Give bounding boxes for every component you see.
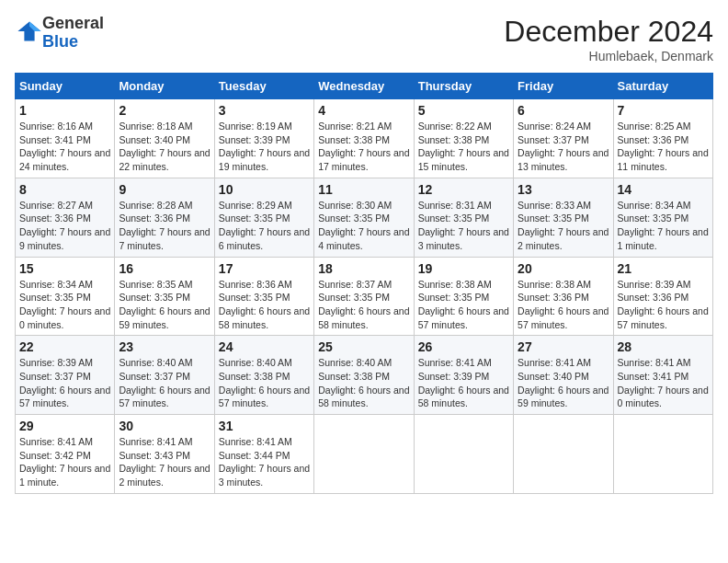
calendar-header-monday: Monday bbox=[115, 74, 214, 99]
day-info: Sunrise: 8:36 AMSunset: 3:35 PMDaylight:… bbox=[219, 278, 310, 332]
day-info: Sunrise: 8:29 AMSunset: 3:35 PMDaylight:… bbox=[219, 199, 310, 253]
day-info: Sunrise: 8:24 AMSunset: 3:37 PMDaylight:… bbox=[518, 120, 609, 174]
day-number: 10 bbox=[219, 182, 310, 197]
calendar-week-row: 15Sunrise: 8:34 AMSunset: 3:35 PMDayligh… bbox=[16, 257, 713, 336]
day-info: Sunrise: 8:41 AMSunset: 3:44 PMDaylight:… bbox=[219, 435, 310, 489]
day-info: Sunrise: 8:40 AMSunset: 3:38 PMDaylight:… bbox=[318, 356, 409, 410]
day-info: Sunrise: 8:16 AMSunset: 3:41 PMDaylight:… bbox=[19, 120, 110, 174]
calendar-table: SundayMondayTuesdayWednesdayThursdayFrid… bbox=[15, 73, 713, 494]
day-number: 5 bbox=[418, 103, 509, 118]
calendar-cell: 14Sunrise: 8:34 AMSunset: 3:35 PMDayligh… bbox=[613, 178, 712, 257]
day-number: 20 bbox=[518, 261, 609, 276]
day-info: Sunrise: 8:22 AMSunset: 3:38 PMDaylight:… bbox=[418, 120, 509, 174]
day-number: 27 bbox=[518, 339, 609, 354]
calendar-cell: 23Sunrise: 8:40 AMSunset: 3:37 PMDayligh… bbox=[115, 336, 214, 415]
day-number: 30 bbox=[119, 419, 210, 433]
calendar-cell: 29Sunrise: 8:41 AMSunset: 3:42 PMDayligh… bbox=[16, 415, 115, 494]
day-number: 13 bbox=[518, 182, 609, 197]
day-info: Sunrise: 8:41 AMSunset: 3:43 PMDaylight:… bbox=[119, 435, 210, 489]
day-number: 23 bbox=[119, 339, 210, 354]
calendar-cell bbox=[414, 415, 513, 494]
day-number: 2 bbox=[119, 103, 210, 118]
day-info: Sunrise: 8:40 AMSunset: 3:37 PMDaylight:… bbox=[119, 356, 210, 410]
day-info: Sunrise: 8:39 AMSunset: 3:37 PMDaylight:… bbox=[19, 356, 110, 410]
day-number: 1 bbox=[19, 103, 110, 118]
calendar-week-row: 8Sunrise: 8:27 AMSunset: 3:36 PMDaylight… bbox=[16, 178, 713, 257]
calendar-cell: 24Sunrise: 8:40 AMSunset: 3:38 PMDayligh… bbox=[214, 336, 313, 415]
day-info: Sunrise: 8:40 AMSunset: 3:38 PMDaylight:… bbox=[219, 356, 310, 410]
calendar-cell: 4Sunrise: 8:21 AMSunset: 3:38 PMDaylight… bbox=[314, 99, 414, 178]
day-number: 6 bbox=[518, 103, 609, 118]
day-info: Sunrise: 8:34 AMSunset: 3:35 PMDaylight:… bbox=[19, 278, 110, 332]
calendar-cell bbox=[314, 415, 414, 494]
day-number: 14 bbox=[618, 182, 709, 197]
calendar-cell: 28Sunrise: 8:41 AMSunset: 3:41 PMDayligh… bbox=[613, 336, 712, 415]
day-info: Sunrise: 8:19 AMSunset: 3:39 PMDaylight:… bbox=[219, 120, 310, 174]
day-info: Sunrise: 8:41 AMSunset: 3:39 PMDaylight:… bbox=[418, 356, 509, 410]
day-info: Sunrise: 8:38 AMSunset: 3:36 PMDaylight:… bbox=[518, 278, 609, 332]
calendar-cell: 1Sunrise: 8:16 AMSunset: 3:41 PMDaylight… bbox=[16, 99, 115, 178]
day-info: Sunrise: 8:41 AMSunset: 3:41 PMDaylight:… bbox=[618, 356, 709, 410]
calendar-week-row: 1Sunrise: 8:16 AMSunset: 3:41 PMDaylight… bbox=[16, 99, 713, 178]
day-number: 4 bbox=[318, 103, 409, 118]
day-number: 17 bbox=[219, 261, 310, 276]
calendar-cell: 31Sunrise: 8:41 AMSunset: 3:44 PMDayligh… bbox=[214, 415, 313, 494]
day-number: 31 bbox=[219, 419, 310, 433]
day-number: 28 bbox=[618, 339, 709, 354]
day-number: 22 bbox=[19, 339, 110, 354]
calendar-cell: 30Sunrise: 8:41 AMSunset: 3:43 PMDayligh… bbox=[115, 415, 214, 494]
day-number: 15 bbox=[19, 261, 110, 276]
calendar-cell: 19Sunrise: 8:38 AMSunset: 3:35 PMDayligh… bbox=[414, 257, 513, 336]
day-number: 24 bbox=[219, 339, 310, 354]
calendar-header-thursday: Thursday bbox=[414, 74, 513, 99]
day-info: Sunrise: 8:34 AMSunset: 3:35 PMDaylight:… bbox=[618, 199, 709, 253]
day-info: Sunrise: 8:21 AMSunset: 3:38 PMDaylight:… bbox=[318, 120, 409, 174]
day-number: 7 bbox=[618, 103, 709, 118]
calendar-header-row: SundayMondayTuesdayWednesdayThursdayFrid… bbox=[16, 74, 713, 99]
calendar-header-tuesday: Tuesday bbox=[214, 74, 313, 99]
day-number: 29 bbox=[19, 419, 110, 433]
logo: General Blue bbox=[15, 15, 104, 52]
day-number: 16 bbox=[119, 261, 210, 276]
day-number: 3 bbox=[219, 103, 310, 118]
calendar-cell bbox=[613, 415, 712, 494]
calendar-cell: 17Sunrise: 8:36 AMSunset: 3:35 PMDayligh… bbox=[214, 257, 313, 336]
day-info: Sunrise: 8:25 AMSunset: 3:36 PMDaylight:… bbox=[618, 120, 709, 174]
calendar-cell: 27Sunrise: 8:41 AMSunset: 3:40 PMDayligh… bbox=[514, 336, 613, 415]
day-number: 12 bbox=[418, 182, 509, 197]
day-info: Sunrise: 8:35 AMSunset: 3:35 PMDaylight:… bbox=[119, 278, 210, 332]
day-number: 9 bbox=[119, 182, 210, 197]
calendar-cell: 2Sunrise: 8:18 AMSunset: 3:40 PMDaylight… bbox=[115, 99, 214, 178]
day-number: 25 bbox=[318, 339, 409, 354]
calendar-cell: 25Sunrise: 8:40 AMSunset: 3:38 PMDayligh… bbox=[314, 336, 414, 415]
day-info: Sunrise: 8:31 AMSunset: 3:35 PMDaylight:… bbox=[418, 199, 509, 253]
day-number: 11 bbox=[318, 182, 409, 197]
calendar-header-saturday: Saturday bbox=[613, 74, 712, 99]
location-text: Humlebaek, Denmark bbox=[504, 49, 713, 63]
calendar-cell: 9Sunrise: 8:28 AMSunset: 3:36 PMDaylight… bbox=[115, 178, 214, 257]
calendar-header-wednesday: Wednesday bbox=[314, 74, 414, 99]
calendar-cell: 6Sunrise: 8:24 AMSunset: 3:37 PMDaylight… bbox=[514, 99, 613, 178]
calendar-cell: 16Sunrise: 8:35 AMSunset: 3:35 PMDayligh… bbox=[115, 257, 214, 336]
day-info: Sunrise: 8:33 AMSunset: 3:35 PMDaylight:… bbox=[518, 199, 609, 253]
calendar-cell: 5Sunrise: 8:22 AMSunset: 3:38 PMDaylight… bbox=[414, 99, 513, 178]
title-block: December 2024 Humlebaek, Denmark bbox=[504, 15, 713, 63]
day-info: Sunrise: 8:30 AMSunset: 3:35 PMDaylight:… bbox=[318, 199, 409, 253]
day-number: 8 bbox=[19, 182, 110, 197]
calendar-cell bbox=[514, 415, 613, 494]
day-info: Sunrise: 8:28 AMSunset: 3:36 PMDaylight:… bbox=[119, 199, 210, 253]
day-number: 21 bbox=[618, 261, 709, 276]
calendar-cell: 12Sunrise: 8:31 AMSunset: 3:35 PMDayligh… bbox=[414, 178, 513, 257]
calendar-header-friday: Friday bbox=[514, 74, 613, 99]
calendar-cell: 3Sunrise: 8:19 AMSunset: 3:39 PMDaylight… bbox=[214, 99, 313, 178]
day-info: Sunrise: 8:38 AMSunset: 3:35 PMDaylight:… bbox=[418, 278, 509, 332]
day-info: Sunrise: 8:41 AMSunset: 3:40 PMDaylight:… bbox=[518, 356, 609, 410]
calendar-header-sunday: Sunday bbox=[16, 74, 115, 99]
day-info: Sunrise: 8:18 AMSunset: 3:40 PMDaylight:… bbox=[119, 120, 210, 174]
logo-general-text: General bbox=[42, 14, 104, 32]
calendar-cell: 13Sunrise: 8:33 AMSunset: 3:35 PMDayligh… bbox=[514, 178, 613, 257]
calendar-cell: 26Sunrise: 8:41 AMSunset: 3:39 PMDayligh… bbox=[414, 336, 513, 415]
day-info: Sunrise: 8:39 AMSunset: 3:36 PMDaylight:… bbox=[618, 278, 709, 332]
calendar-cell: 21Sunrise: 8:39 AMSunset: 3:36 PMDayligh… bbox=[613, 257, 712, 336]
calendar-cell: 7Sunrise: 8:25 AMSunset: 3:36 PMDaylight… bbox=[613, 99, 712, 178]
